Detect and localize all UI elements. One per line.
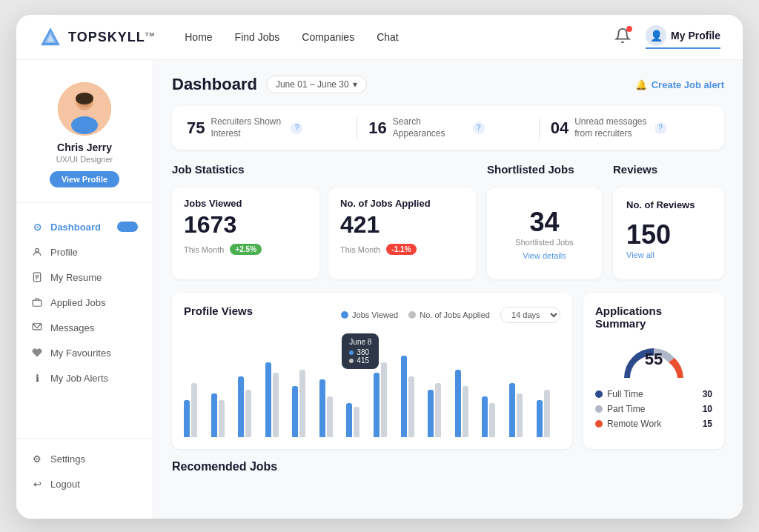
sidebar-item-applied-jobs[interactable]: Applied Jobs: [16, 290, 153, 315]
notification-bell[interactable]: [614, 27, 631, 47]
bar-group-8: [401, 356, 425, 437]
nav-companies[interactable]: Companies: [302, 31, 354, 43]
jobs-applied-number: 421: [340, 212, 464, 238]
jobs-viewed-footer: This Month +2.5%: [184, 244, 308, 255]
avatar: [58, 82, 111, 136]
chart-tooltip: June 8 380 415: [342, 333, 379, 369]
tooltip-date: June 8: [349, 338, 371, 346]
nav-find-jobs[interactable]: Find Jobs: [235, 31, 280, 43]
sidebar-settings-label: Settings: [50, 453, 85, 465]
svg-rect-13: [33, 300, 42, 306]
days-filter-select[interactable]: 14 days 30 days 7 days: [500, 307, 560, 323]
sidebar-item-messages-label: Messages: [50, 322, 94, 333]
logo[interactable]: TOPSKYLLTM: [39, 25, 155, 49]
sidebar-item-resume-label: My Resume: [50, 272, 102, 283]
jobs-viewed-card: Jobs Viewed 1673 This Month +2.5%: [172, 187, 319, 279]
legend-remote-work-count: 15: [703, 419, 712, 429]
bar-blue-7: [374, 373, 380, 437]
bottom-row: Profile Views Jobs Viewed No. of Jobs Ap…: [172, 293, 724, 449]
nav-chat[interactable]: Chat: [377, 31, 399, 43]
stat-messages: 04 Unread messages from recruiters ?: [551, 116, 709, 139]
sidebar-item-job-alerts[interactable]: ℹ My Job Alerts: [16, 365, 153, 390]
chart-header: Profile Views Jobs Viewed No. of Jobs Ap…: [184, 305, 560, 325]
cards-row: Jobs Viewed 1673 This Month +2.5% No. of…: [172, 187, 724, 279]
donut-center-number: 55: [645, 350, 663, 369]
bar-blue-12: [509, 383, 515, 437]
settings-icon: ⚙: [31, 453, 43, 465]
tooltip-val2: 415: [357, 356, 369, 365]
sidebar-item-dashboard-label: Dashboard: [50, 222, 101, 233]
active-indicator: [117, 222, 138, 232]
job-statistics-section-header: Job Statistics: [172, 163, 476, 183]
donut-chart: 55: [595, 337, 712, 382]
view-profile-button[interactable]: View Profile: [50, 171, 119, 187]
sidebar-item-dashboard[interactable]: ⊙ Dashboard: [16, 214, 153, 239]
tooltip-val1: 380: [357, 348, 369, 356]
tooltip-dot-gray: [349, 359, 354, 363]
nav-links: Home Find Jobs Companies Chat: [185, 30, 614, 44]
jobs-applied-title: No. of Jobs Applied: [340, 198, 464, 209]
legend-full-time-dot: [595, 390, 603, 398]
sidebar-item-resume[interactable]: My Resume: [16, 265, 153, 290]
stat-messages-info[interactable]: ?: [654, 122, 666, 134]
bar-gray-12: [517, 393, 523, 438]
sidebar-item-messages[interactable]: Messages: [16, 315, 153, 340]
sidebar-item-profile[interactable]: Profile: [16, 239, 153, 265]
bar-group-9: [428, 383, 452, 437]
chart-area: June 8 380 415: [184, 333, 560, 437]
bar-group-1: [211, 393, 236, 438]
view-all-link[interactable]: View all: [626, 250, 654, 259]
stat-appearances-number: 16: [368, 119, 386, 138]
logo-text: TOPSKYLLTM: [68, 30, 155, 45]
dashboard-title-row: Dashboard June 01 – June 30 ▾: [172, 75, 367, 94]
profile-avatar-small: 👤: [646, 25, 666, 46]
svg-point-7: [76, 93, 93, 104]
reviews-label: Reviews: [613, 163, 724, 176]
logout-icon: ↩: [31, 478, 43, 490]
legend-part-time-label: Part Time: [607, 404, 645, 414]
bar-blue-0: [184, 400, 190, 437]
nav-right: 👤 My Profile: [614, 25, 720, 49]
recommended-jobs-label: Recomended Jobs: [172, 460, 724, 473]
main-layout: Chris Jerry UX/UI Designer View Profile …: [16, 60, 743, 519]
stat-messages-number: 04: [551, 119, 569, 138]
resume-icon: [31, 271, 43, 283]
legend-remote-work-label: Remote Work: [607, 419, 661, 429]
bar-group-0: [184, 383, 208, 437]
messages-icon: [31, 322, 43, 333]
legend-jobs-viewed-label: Jobs Viewed: [352, 310, 398, 319]
nav-profile[interactable]: 👤 My Profile: [646, 25, 720, 49]
nav-home[interactable]: Home: [185, 31, 212, 43]
reviews-card: No. of Reviews 150 View all: [613, 187, 724, 279]
bar-group-10: [455, 370, 480, 438]
jobs-viewed-title: Jobs Viewed: [184, 198, 308, 209]
create-alert-button[interactable]: 🔔 Create Job alert: [635, 79, 724, 90]
date-filter-button[interactable]: June 01 – June 30 ▾: [266, 76, 367, 93]
sidebar-item-logout[interactable]: ↩ Logout: [16, 471, 153, 496]
profile-views-section: Profile Views Jobs Viewed No. of Jobs Ap…: [172, 293, 572, 449]
shortlisted-section-header: Shortlisted Jobs: [487, 163, 602, 183]
tooltip-dot-blue: [349, 350, 354, 355]
legend-remote-work: Remote Work 15: [595, 419, 712, 429]
chevron-down-icon: ▾: [353, 79, 357, 90]
bar-group-13: [537, 390, 561, 437]
applied-jobs-icon: [31, 296, 43, 308]
sidebar-bottom: ⚙ Settings ↩ Logout: [16, 438, 153, 504]
tooltip-row-2: 415: [349, 356, 371, 365]
nav-profile-label: My Profile: [671, 30, 720, 41]
bar-group-3: [265, 362, 290, 437]
sidebar-item-favourites[interactable]: My Favourites: [16, 340, 153, 365]
sidebar-item-settings[interactable]: ⚙ Settings: [16, 446, 153, 471]
stat-recruiters-info[interactable]: ?: [291, 122, 302, 134]
legend-jobs-viewed: Jobs Viewed: [341, 310, 398, 319]
stat-recruiters: 75 Recruiters Shown Interest ?: [187, 116, 345, 139]
stats-row: 75 Recruiters Shown Interest ? 16 Search…: [172, 106, 724, 150]
stat-divider-2: [539, 117, 540, 139]
legend-jobs-applied-label: No. of Jobs Applied: [420, 310, 490, 319]
reviews-center: 150 View all: [626, 213, 711, 265]
bar-gray-6: [354, 407, 359, 437]
stat-appearances-info[interactable]: ?: [473, 122, 485, 134]
legend-part-time-dot: [595, 405, 603, 413]
view-details-link[interactable]: View details: [523, 251, 566, 260]
stat-appearances-label: Search Appearances: [393, 116, 467, 139]
